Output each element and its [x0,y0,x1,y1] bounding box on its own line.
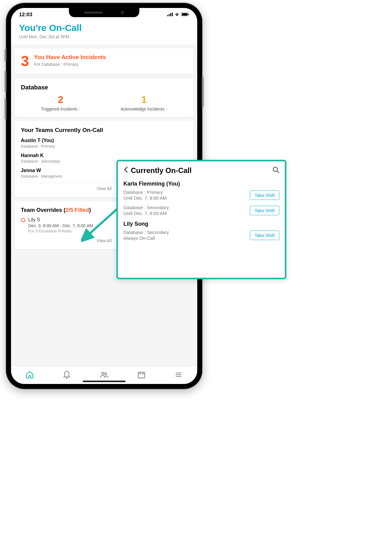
svg-point-17 [273,167,277,171]
nav-calendar-icon[interactable] [137,370,146,379]
oncall-shift: Database : Secondary Always On-Call Take… [123,230,279,241]
svg-rect-2 [170,13,171,16]
database-title: Database [21,84,187,91]
header: You're On-Call Until Mon, Dec 3rd at 5PM [11,20,197,45]
triggered-count: 2 [41,94,81,105]
oncall-shift: Database : Primary Until Dec. 7, 8:00 AM… [123,190,279,201]
page-subtitle: Until Mon, Dec 3rd at 5PM [19,34,189,39]
svg-rect-0 [167,15,168,16]
search-icon[interactable] [273,167,279,175]
teams-title: Your Teams Currently On-Call [21,127,187,134]
nav-alerts-icon[interactable] [62,370,71,379]
shift-database: Database : Secondary [123,230,169,235]
svg-line-18 [277,171,279,173]
incident-count: 3 [21,54,29,69]
triggered-incidents[interactable]: 2 Triggered Incidents › [41,94,81,111]
phone-mute-switch [5,49,6,61]
svg-rect-1 [169,14,170,16]
override-policies: For 3 Escalation Policies [28,229,93,233]
nav-people-icon[interactable] [100,370,108,379]
shift-database: Database : Primary [123,190,167,195]
svg-point-8 [105,373,107,375]
page-title: You're On-Call [19,23,189,33]
take-shift-button[interactable]: Take Shift [250,206,279,215]
phone-power-button [202,77,204,107]
override-name: Lily S [28,217,93,223]
acknowledged-incidents[interactable]: 1 Acknowledge Incidents › [121,94,168,111]
svg-rect-6 [188,14,189,15]
shift-until: Until Dec. 7, 8:00 AM [123,211,169,216]
incident-title: You Have Active Incidents [34,54,106,61]
oncall-person: Karla Flemming (You) Database : Primary … [123,181,279,216]
svg-point-7 [102,372,104,374]
phone-notch [69,8,139,17]
signal-icon [167,12,173,18]
triggered-label: Triggered Incidents [41,107,77,111]
overrides-filled: 2/5 Filled [66,207,89,213]
oncall-person: Lily Song Database : Secondary Always On… [123,221,279,241]
battery-icon [181,12,189,18]
member-name: Austin T (You) [21,138,187,143]
svg-rect-9 [138,372,145,378]
member-name: Hannah K [21,153,187,158]
svg-rect-5 [182,13,187,16]
status-time: 12:03 [19,12,32,18]
phone-volume-up [5,70,6,92]
chevron-right-icon: › [165,107,167,111]
take-shift-button[interactable]: Take Shift [250,231,279,240]
incident-subtitle: For Database : Primary [34,62,106,67]
ack-label: Acknowledge Incidents [121,107,164,111]
person-name: Lily Song [123,221,279,227]
person-name: Karla Flemming (You) [123,181,279,187]
currently-oncall-overlay: Currently On-Call Karla Flemming (You) D… [116,160,286,279]
take-shift-button[interactable]: Take Shift [250,190,279,200]
chevron-right-icon: › [78,107,80,111]
home-indicator[interactable] [83,381,126,382]
svg-rect-3 [172,13,173,16]
status-ring-icon [21,218,25,222]
nav-home-icon[interactable] [25,370,34,379]
nav-menu-icon[interactable] [174,370,183,379]
wifi-icon [175,12,179,18]
shift-database: Database : Secondary [123,205,169,210]
team-member[interactable]: Austin T (You) Database : Primary [21,138,187,149]
oncall-shift: Database : Secondary Until Dec. 7, 8:00 … [123,205,279,216]
database-card: Database 2 Triggered Incidents › 1 Ackno… [15,78,194,117]
override-time: Dec. 3, 8:00 AM - Dec. 7, 8:00 AM [28,223,93,228]
ack-count: 1 [121,94,168,105]
bottom-nav [11,366,197,384]
phone-volume-down [5,98,6,119]
member-role: Database : Primary [21,144,187,149]
back-button[interactable] [123,166,128,175]
shift-until: Always On-Call [123,235,169,241]
overlay-title: Currently On-Call [131,166,270,175]
active-incidents-card[interactable]: 3 You Have Active Incidents For Database… [15,48,194,74]
shift-until: Until Dec. 7, 8:00 AM [123,195,167,201]
